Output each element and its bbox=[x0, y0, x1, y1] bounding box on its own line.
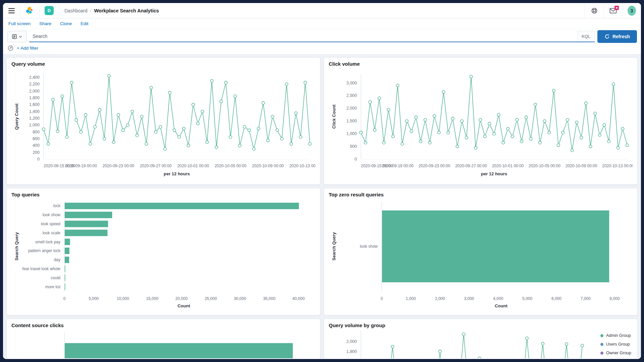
search-box: KQL bbox=[29, 31, 595, 42]
svg-text:2,500: 2,500 bbox=[346, 93, 357, 98]
svg-text:30,000: 30,000 bbox=[234, 296, 246, 301]
svg-text:2020-10-05 00:00: 2020-10-05 00:00 bbox=[529, 164, 560, 168]
svg-text:600: 600 bbox=[33, 136, 40, 141]
click-volume-chart: 05001,0001,5002,0002,5003,0002020-09-15 … bbox=[329, 67, 633, 180]
edit-button[interactable]: Edit bbox=[80, 21, 88, 26]
svg-text:2020-10-13 00:00: 2020-10-13 00:00 bbox=[602, 164, 633, 168]
legend-item[interactable]: Admin Group bbox=[600, 333, 631, 338]
svg-text:2,000: 2,000 bbox=[346, 339, 357, 344]
saved-query-icon bbox=[12, 34, 17, 39]
top-zero-result-queries-chart: look show01,0002,0003,0004,0005,0006,000… bbox=[329, 198, 633, 311]
panel-title: Top queries bbox=[11, 192, 315, 197]
dashboard-grid: Query volume 02004006008001,0001,2001,40… bbox=[3, 54, 641, 358]
svg-text:10,000: 10,000 bbox=[117, 296, 129, 301]
svg-text:25,000: 25,000 bbox=[205, 296, 217, 301]
svg-text:2,000: 2,000 bbox=[29, 89, 40, 94]
svg-text:500: 500 bbox=[350, 144, 357, 149]
help-icon bbox=[591, 7, 598, 14]
panel-title: Top zero result queries bbox=[329, 192, 633, 197]
panel-title: Query volume bbox=[11, 61, 315, 67]
elastic-logo-icon bbox=[25, 6, 34, 15]
svg-text:0: 0 bbox=[355, 157, 357, 162]
breadcrumb: Dashboard / Workplace Search Analytics bbox=[59, 3, 585, 18]
query-bar: KQL Refresh bbox=[3, 29, 641, 44]
svg-text:1,800: 1,800 bbox=[346, 349, 357, 354]
svg-text:smell lock pay: smell lock pay bbox=[35, 240, 60, 244]
dashboard-toolbar: Full screen Share Clone Edit bbox=[3, 18, 641, 29]
space-badge-letter: D bbox=[45, 6, 54, 15]
svg-text:pattern anger lock: pattern anger lock bbox=[28, 248, 61, 253]
svg-text:2,400: 2,400 bbox=[29, 75, 40, 80]
svg-text:3,000: 3,000 bbox=[346, 81, 357, 85]
legend-dot-icon bbox=[600, 343, 603, 346]
notifications-button[interactable] bbox=[603, 3, 622, 18]
chart-legend: Admin GroupUsers GroupOwner Group bbox=[600, 333, 631, 355]
space-badge[interactable]: D bbox=[40, 3, 59, 18]
query-volume-by-group-chart: 1,6001,8002,000 bbox=[329, 329, 633, 358]
svg-text:look scale: look scale bbox=[43, 231, 61, 235]
menu-button[interactable] bbox=[3, 3, 20, 18]
svg-text:2,000: 2,000 bbox=[346, 106, 357, 111]
svg-text:1,200: 1,200 bbox=[29, 116, 40, 121]
filter-options-icon[interactable] bbox=[8, 45, 13, 51]
panel-top-zero-result-queries: Top zero result queries look show01,0002… bbox=[324, 188, 638, 315]
svg-text:1,500: 1,500 bbox=[346, 119, 357, 123]
svg-text:look speed: look speed bbox=[41, 222, 60, 226]
svg-text:2,000: 2,000 bbox=[435, 296, 445, 301]
panel-query-volume-by-group: Query volume by group 1,6001,8002,000 Ad… bbox=[324, 319, 638, 358]
add-filter-button[interactable]: + Add filter bbox=[17, 46, 38, 51]
svg-text:1,800: 1,800 bbox=[29, 96, 40, 100]
svg-text:40,000: 40,000 bbox=[292, 296, 305, 301]
panel-top-queries: Top queries locklook showlook speedlook … bbox=[6, 188, 320, 315]
query-language-button[interactable]: KQL bbox=[577, 31, 595, 42]
panel-title: Content source clicks bbox=[11, 322, 315, 328]
refresh-button[interactable]: Refresh bbox=[597, 30, 637, 43]
top-bar-actions: 3 bbox=[585, 3, 641, 18]
svg-text:800: 800 bbox=[33, 130, 40, 134]
svg-text:Count: Count bbox=[495, 303, 507, 308]
content-source-clicks-chart: Content A bbox=[11, 329, 315, 358]
svg-text:look show: look show bbox=[43, 213, 61, 217]
user-avatar[interactable]: 3 bbox=[622, 3, 641, 18]
clone-button[interactable]: Clone bbox=[60, 21, 72, 26]
notification-badge bbox=[614, 6, 619, 10]
svg-text:more list: more list bbox=[45, 285, 61, 289]
saved-query-menu-button[interactable] bbox=[7, 31, 26, 42]
svg-text:2020-10-09 00:00: 2020-10-09 00:00 bbox=[566, 164, 597, 168]
svg-text:8,000: 8,000 bbox=[610, 296, 620, 301]
breadcrumb-dashboard[interactable]: Dashboard bbox=[64, 8, 88, 13]
svg-text:2020-10-09 00:00: 2020-10-09 00:00 bbox=[252, 164, 284, 168]
panel-query-volume: Query volume 02004006008001,0001,2001,40… bbox=[6, 57, 320, 185]
legend-item[interactable]: Owner Group bbox=[600, 351, 631, 355]
svg-text:20,000: 20,000 bbox=[175, 296, 188, 301]
svg-text:per 12 hours: per 12 hours bbox=[164, 171, 190, 176]
svg-text:2020-10-01 00:00: 2020-10-01 00:00 bbox=[177, 164, 209, 168]
share-button[interactable]: Share bbox=[39, 21, 51, 26]
svg-text:1,400: 1,400 bbox=[29, 109, 40, 114]
legend-label: Users Group bbox=[606, 342, 630, 347]
svg-text:0: 0 bbox=[63, 296, 66, 301]
search-input[interactable] bbox=[29, 31, 577, 42]
svg-text:could: could bbox=[51, 276, 60, 280]
legend-label: Admin Group bbox=[606, 333, 631, 338]
svg-text:2020-10-13 00:00: 2020-10-13 00:00 bbox=[289, 164, 315, 168]
svg-text:2020-09-27 00:00: 2020-09-27 00:00 bbox=[140, 164, 172, 168]
svg-text:Query Count: Query Count bbox=[14, 103, 19, 130]
svg-text:400: 400 bbox=[33, 143, 40, 148]
svg-text:2020-10-01 00:00: 2020-10-01 00:00 bbox=[492, 164, 524, 168]
svg-text:1,600: 1,600 bbox=[29, 102, 40, 107]
chevron-down-icon bbox=[19, 36, 22, 38]
query-volume-chart: 02004006008001,0001,2001,4001,6001,8002,… bbox=[11, 67, 315, 180]
svg-text:15,000: 15,000 bbox=[146, 296, 158, 301]
help-button[interactable] bbox=[585, 3, 603, 18]
svg-text:1,000: 1,000 bbox=[346, 131, 357, 136]
svg-text:lock: lock bbox=[53, 203, 61, 208]
top-queries-chart: locklook showlook speedlook scalesmell l… bbox=[11, 198, 315, 311]
svg-text:2020-09-23 00:00: 2020-09-23 00:00 bbox=[419, 164, 450, 168]
full-screen-button[interactable]: Full screen bbox=[8, 21, 31, 26]
page-title: Workplace Search Analytics bbox=[94, 8, 159, 13]
svg-text:2020-09-19 00:00: 2020-09-19 00:00 bbox=[65, 164, 97, 168]
legend-item[interactable]: Users Group bbox=[600, 342, 631, 347]
elastic-logo[interactable] bbox=[20, 3, 40, 18]
svg-text:Count: Count bbox=[177, 303, 190, 308]
